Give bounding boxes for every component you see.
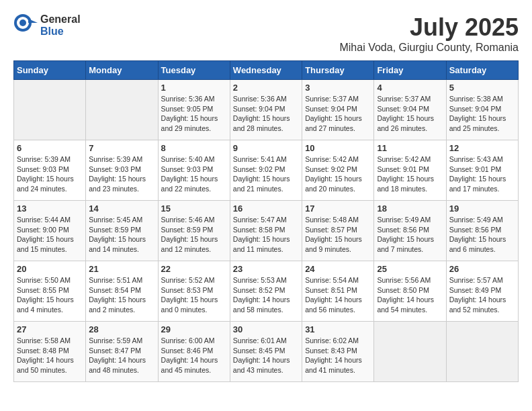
- calendar-cell: 7Sunrise: 5:39 AMSunset: 9:03 PMDaylight…: [86, 140, 158, 201]
- day-info: Sunrise: 5:44 AMSunset: 9:00 PMDaylight:…: [17, 215, 83, 255]
- day-number: 7: [89, 143, 154, 153]
- weekday-header-row: SundayMondayTuesdayWednesdayThursdayFrid…: [14, 61, 519, 80]
- calendar-cell: 17Sunrise: 5:48 AMSunset: 8:57 PMDayligh…: [302, 201, 374, 261]
- weekday-header-wednesday: Wednesday: [230, 61, 302, 80]
- day-info: Sunrise: 5:52 AMSunset: 8:53 PMDaylight:…: [161, 275, 227, 315]
- calendar-cell: 24Sunrise: 5:54 AMSunset: 8:51 PMDayligh…: [302, 261, 374, 322]
- day-number: 31: [305, 324, 371, 334]
- calendar-cell: 11Sunrise: 5:42 AMSunset: 9:01 PMDayligh…: [374, 140, 446, 201]
- location-subtitle: Mihai Voda, Giurgiu County, Romania: [339, 42, 519, 54]
- calendar-cell: 29Sunrise: 6:00 AMSunset: 8:46 PMDayligh…: [158, 322, 230, 382]
- day-info: Sunrise: 5:36 AMSunset: 9:04 PMDaylight:…: [233, 94, 299, 134]
- calendar-cell: 30Sunrise: 6:01 AMSunset: 8:45 PMDayligh…: [230, 322, 302, 382]
- day-number: 28: [89, 324, 154, 334]
- day-info: Sunrise: 5:49 AMSunset: 8:56 PMDaylight:…: [377, 215, 443, 255]
- calendar-cell: 16Sunrise: 5:47 AMSunset: 8:58 PMDayligh…: [230, 201, 302, 261]
- calendar-cell: [374, 322, 446, 382]
- day-info: Sunrise: 5:38 AMSunset: 9:04 PMDaylight:…: [449, 94, 515, 134]
- calendar-cell: 26Sunrise: 5:57 AMSunset: 8:49 PMDayligh…: [446, 261, 518, 322]
- calendar-cell: 6Sunrise: 5:39 AMSunset: 9:03 PMDaylight…: [14, 140, 86, 201]
- day-info: Sunrise: 5:36 AMSunset: 9:05 PMDaylight:…: [161, 94, 227, 134]
- calendar-cell: 18Sunrise: 5:49 AMSunset: 8:56 PMDayligh…: [374, 201, 446, 261]
- day-info: Sunrise: 5:41 AMSunset: 9:02 PMDaylight:…: [233, 154, 299, 194]
- day-info: Sunrise: 5:53 AMSunset: 8:52 PMDaylight:…: [233, 275, 299, 315]
- calendar-week-row: 27Sunrise: 5:58 AMSunset: 8:48 PMDayligh…: [14, 322, 519, 382]
- day-number: 20: [17, 264, 83, 274]
- day-number: 26: [449, 264, 515, 274]
- day-number: 17: [305, 203, 371, 214]
- calendar-cell: 20Sunrise: 5:50 AMSunset: 8:55 PMDayligh…: [14, 261, 86, 322]
- calendar-cell: 8Sunrise: 5:40 AMSunset: 9:03 PMDaylight…: [158, 140, 230, 201]
- day-info: Sunrise: 5:37 AMSunset: 9:04 PMDaylight:…: [377, 94, 443, 134]
- calendar-cell: 31Sunrise: 6:02 AMSunset: 8:43 PMDayligh…: [302, 322, 374, 382]
- month-title: July 2025: [339, 13, 519, 42]
- day-number: 11: [377, 143, 443, 153]
- calendar-cell: 9Sunrise: 5:41 AMSunset: 9:02 PMDaylight…: [230, 140, 302, 201]
- day-number: 1: [161, 83, 227, 93]
- day-info: Sunrise: 5:57 AMSunset: 8:49 PMDaylight:…: [449, 275, 515, 315]
- day-info: Sunrise: 6:00 AMSunset: 8:46 PMDaylight:…: [161, 336, 227, 375]
- day-info: Sunrise: 5:49 AMSunset: 8:56 PMDaylight:…: [449, 215, 515, 255]
- logo-icon: [13, 13, 38, 38]
- day-number: 4: [377, 83, 443, 93]
- calendar-cell: 12Sunrise: 5:43 AMSunset: 9:01 PMDayligh…: [446, 140, 518, 201]
- calendar-cell: 28Sunrise: 5:59 AMSunset: 8:47 PMDayligh…: [86, 322, 158, 382]
- calendar-cell: 15Sunrise: 5:46 AMSunset: 8:59 PMDayligh…: [158, 201, 230, 261]
- calendar-week-row: 20Sunrise: 5:50 AMSunset: 8:55 PMDayligh…: [14, 261, 519, 322]
- day-number: 24: [305, 264, 371, 274]
- day-info: Sunrise: 5:43 AMSunset: 9:01 PMDaylight:…: [449, 154, 515, 194]
- day-number: 25: [377, 264, 443, 274]
- title-section: July 2025 Mihai Voda, Giurgiu County, Ro…: [339, 13, 519, 54]
- day-info: Sunrise: 5:42 AMSunset: 9:02 PMDaylight:…: [305, 154, 371, 194]
- calendar-table: SundayMondayTuesdayWednesdayThursdayFrid…: [13, 60, 519, 382]
- calendar-week-row: 6Sunrise: 5:39 AMSunset: 9:03 PMDaylight…: [14, 140, 519, 201]
- day-info: Sunrise: 6:02 AMSunset: 8:43 PMDaylight:…: [305, 336, 371, 375]
- logo: General Blue: [13, 13, 81, 38]
- weekday-header-saturday: Saturday: [446, 61, 518, 80]
- day-number: 6: [17, 143, 83, 153]
- day-info: Sunrise: 5:56 AMSunset: 8:50 PMDaylight:…: [377, 275, 443, 315]
- calendar-week-row: 1Sunrise: 5:36 AMSunset: 9:05 PMDaylight…: [14, 80, 519, 140]
- day-info: Sunrise: 5:45 AMSunset: 8:59 PMDaylight:…: [89, 215, 154, 255]
- weekday-header-monday: Monday: [86, 61, 158, 80]
- calendar-cell: [446, 322, 518, 382]
- calendar-cell: 3Sunrise: 5:37 AMSunset: 9:04 PMDaylight…: [302, 80, 374, 140]
- logo-blue-text: Blue: [40, 26, 64, 37]
- calendar-cell: [86, 80, 158, 140]
- day-number: 22: [161, 264, 227, 274]
- calendar-cell: 5Sunrise: 5:38 AMSunset: 9:04 PMDaylight…: [446, 80, 518, 140]
- weekday-header-sunday: Sunday: [14, 61, 86, 80]
- day-info: Sunrise: 5:59 AMSunset: 8:47 PMDaylight:…: [89, 336, 154, 375]
- calendar-cell: [14, 80, 86, 140]
- day-info: Sunrise: 5:58 AMSunset: 8:48 PMDaylight:…: [17, 336, 83, 375]
- weekday-header-tuesday: Tuesday: [158, 61, 230, 80]
- day-number: 27: [17, 324, 83, 334]
- svg-marker-3: [28, 19, 38, 23]
- calendar-cell: 1Sunrise: 5:36 AMSunset: 9:05 PMDaylight…: [158, 80, 230, 140]
- weekday-header-thursday: Thursday: [302, 61, 374, 80]
- logo-general-text: General: [40, 13, 81, 25]
- day-info: Sunrise: 5:50 AMSunset: 8:55 PMDaylight:…: [17, 275, 83, 315]
- day-number: 14: [89, 203, 154, 214]
- calendar-cell: 14Sunrise: 5:45 AMSunset: 8:59 PMDayligh…: [86, 201, 158, 261]
- calendar-cell: 25Sunrise: 5:56 AMSunset: 8:50 PMDayligh…: [374, 261, 446, 322]
- calendar-cell: 27Sunrise: 5:58 AMSunset: 8:48 PMDayligh…: [14, 322, 86, 382]
- day-info: Sunrise: 5:54 AMSunset: 8:51 PMDaylight:…: [305, 275, 371, 315]
- svg-point-2: [19, 19, 26, 26]
- calendar-cell: 22Sunrise: 5:52 AMSunset: 8:53 PMDayligh…: [158, 261, 230, 322]
- day-number: 5: [449, 83, 515, 93]
- day-number: 29: [161, 324, 227, 334]
- calendar-cell: 21Sunrise: 5:51 AMSunset: 8:54 PMDayligh…: [86, 261, 158, 322]
- day-number: 10: [305, 143, 371, 153]
- day-number: 23: [233, 264, 299, 274]
- day-number: 9: [233, 143, 299, 153]
- calendar-cell: 19Sunrise: 5:49 AMSunset: 8:56 PMDayligh…: [446, 201, 518, 261]
- day-info: Sunrise: 5:39 AMSunset: 9:03 PMDaylight:…: [17, 154, 83, 194]
- day-number: 8: [161, 143, 227, 153]
- calendar-cell: 4Sunrise: 5:37 AMSunset: 9:04 PMDaylight…: [374, 80, 446, 140]
- calendar-week-row: 13Sunrise: 5:44 AMSunset: 9:00 PMDayligh…: [14, 201, 519, 261]
- day-number: 16: [233, 203, 299, 214]
- day-number: 19: [449, 203, 515, 214]
- day-number: 18: [377, 203, 443, 214]
- calendar-cell: 23Sunrise: 5:53 AMSunset: 8:52 PMDayligh…: [230, 261, 302, 322]
